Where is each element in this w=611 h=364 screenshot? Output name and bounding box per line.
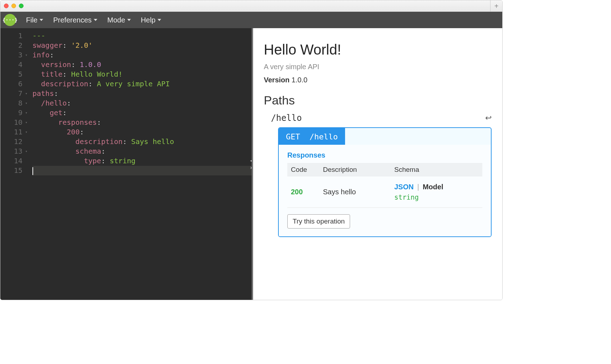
drag-grip-icon: ✕: [250, 165, 252, 170]
try-operation-button[interactable]: Try this operation: [287, 214, 350, 229]
reply-icon[interactable]: ↩: [485, 113, 492, 123]
editor-content[interactable]: ---swagger: '2.0'info: version: 1.0.0 ti…: [29, 28, 252, 300]
menu-preferences[interactable]: Preferences: [53, 16, 97, 24]
new-tab-button[interactable]: +: [490, 0, 502, 12]
path-name: /hello: [271, 113, 302, 123]
chevron-left-icon: ◀: [250, 158, 252, 163]
path-row[interactable]: /hello ↩: [264, 113, 492, 123]
main-split: 123456789101112131415 ---swagger: '2.0'i…: [0, 28, 502, 300]
chevron-down-icon: [94, 19, 97, 21]
chevron-down-icon: [127, 19, 131, 21]
minimize-window-icon[interactable]: [11, 4, 16, 8]
schema-value: string: [394, 193, 479, 201]
response-description: Says hello: [323, 188, 394, 196]
paths-heading: Paths: [264, 93, 492, 107]
col-code: Code: [291, 166, 323, 174]
window-controls: [4, 4, 24, 8]
menu-prefs-label: Preferences: [53, 16, 92, 24]
chevron-down-icon: [40, 19, 43, 21]
code-editor[interactable]: 123456789101112131415 ---swagger: '2.0'i…: [0, 28, 252, 300]
menu-mode[interactable]: Mode: [107, 16, 131, 24]
api-title: Hello World!: [264, 42, 492, 58]
col-schema: Schema: [394, 166, 479, 174]
preview-pane: Hello World! A very simple API Version 1…: [252, 28, 502, 300]
schema-tab-model[interactable]: Model: [423, 183, 443, 191]
response-row: 200 Says hello JSON|Model string: [287, 176, 482, 208]
schema-tab-json[interactable]: JSON: [394, 183, 414, 191]
menu-file-label: File: [26, 16, 37, 24]
zoom-window-icon[interactable]: [19, 4, 24, 8]
chevron-down-icon: [158, 19, 161, 21]
op-path: /hello: [309, 132, 338, 141]
col-description: Description: [323, 166, 394, 174]
app-window: + {···} File Preferences Mode Help 12345…: [0, 0, 503, 300]
menu-help[interactable]: Help: [141, 16, 161, 24]
menu-help-label: Help: [141, 16, 155, 24]
menu-file[interactable]: File: [26, 16, 43, 24]
api-description: A very simple API: [264, 63, 492, 71]
operation-tab[interactable]: GET /hello: [279, 128, 345, 145]
responses-header-row: Code Description Schema: [287, 163, 482, 176]
close-window-icon[interactable]: [4, 4, 9, 8]
swagger-logo-icon: {···}: [4, 14, 16, 26]
responses-heading: Responses: [287, 151, 482, 159]
version-label: Version: [264, 76, 289, 84]
split-handle[interactable]: ◀ ✕: [250, 158, 252, 170]
titlebar: +: [0, 0, 502, 12]
editor-gutter: 123456789101112131415: [0, 28, 29, 300]
operation-card: GET /hello Responses Code Description Sc…: [278, 127, 492, 237]
api-version: Version 1.0.0: [264, 76, 492, 84]
menu-mode-label: Mode: [107, 16, 125, 24]
version-value: 1.0.0: [292, 76, 307, 84]
op-method: GET: [286, 132, 300, 141]
response-code: 200: [291, 188, 323, 196]
operation-body: Responses Code Description Schema 200 Sa…: [279, 145, 491, 236]
menubar: {···} File Preferences Mode Help: [0, 12, 502, 28]
response-schema: JSON|Model string: [394, 183, 479, 201]
